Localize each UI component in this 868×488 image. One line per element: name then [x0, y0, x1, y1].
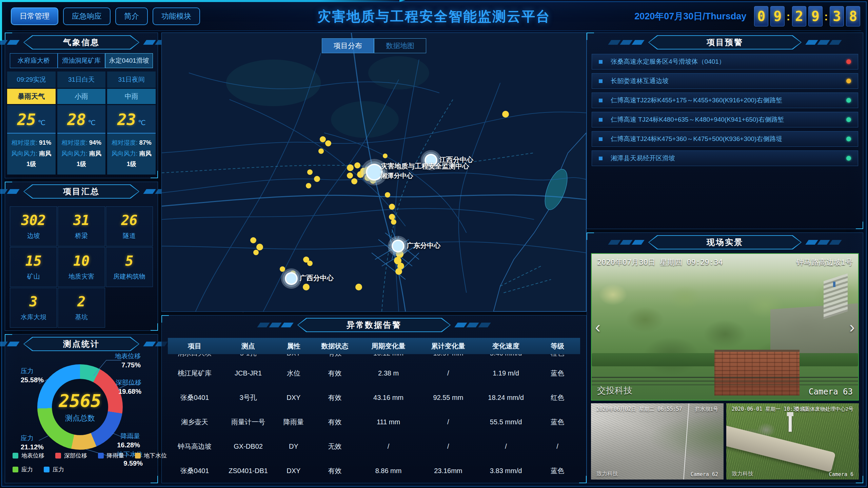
nav-button-1[interactable]: 应急响应	[63, 7, 111, 25]
map-marker-3[interactable]: 广西分中心	[285, 272, 298, 285]
project-dot[interactable]	[307, 169, 313, 175]
project-dot[interactable]	[325, 140, 331, 146]
scene-panel: 现场实景 2020年07月30日 星期四 09:29:34 钟马路高边坡1号 交…	[587, 232, 863, 483]
project-dot[interactable]	[303, 284, 310, 290]
alarm-row-3[interactable]: 钟马高边坡GX-DB02DY无效////	[168, 434, 580, 459]
project-dot[interactable]	[357, 171, 364, 178]
project-dot[interactable]	[250, 237, 256, 243]
clock-digit: 0	[754, 6, 768, 26]
alarm-cell: 111 mm	[357, 418, 419, 426]
project-dot[interactable]	[280, 266, 285, 272]
project-dot[interactable]	[351, 178, 357, 184]
warning-level-dot	[846, 137, 851, 141]
alarm-cell: 5.46 mm/d	[477, 354, 535, 357]
legend-item-1[interactable]: 深部位移	[55, 452, 87, 460]
warning-text: 仁博高速 TJ24标K480+635～K480+940(K941+650)右侧路…	[611, 115, 842, 124]
wind-label: 风向风力:	[11, 150, 39, 157]
project-dot[interactable]	[306, 183, 311, 188]
warning-item-0[interactable]: 张桑高速永定服务区4号滑坡体（0401）	[592, 54, 858, 69]
next-camera-arrow[interactable]: ›	[849, 319, 855, 335]
project-dot[interactable]	[347, 172, 353, 179]
project-dot[interactable]	[355, 284, 362, 290]
sub-camera-feed-2[interactable]: 2020-06-01 星期一 10:36:41 娄底固体废物处理中心2号 致力科…	[726, 403, 859, 480]
nav-button-2[interactable]: 简介	[115, 7, 148, 25]
alarm-row-2[interactable]: 湘乡壶天雨量计一号降雨量有效111 mm/55.5 mm/d蓝色	[168, 410, 580, 434]
alarm-cell: GX-DB02	[221, 443, 275, 450]
warning-item-1[interactable]: 长韶娄道林互通边坡	[592, 73, 858, 89]
temperature-value: 23	[117, 110, 136, 129]
alarm-cell: /	[419, 369, 477, 377]
map-tab-0[interactable]: 项目分布	[322, 38, 374, 53]
map-panel[interactable]: 项目分布数据地图 江西分中心灾害地质与工程安全监测中心湘潭分中心广东分中心广西分…	[161, 33, 587, 312]
summary-cell-7[interactable]: 2基坑	[58, 288, 105, 328]
weather-tab-1[interactable]: 滑油洞尾矿库	[58, 53, 105, 68]
alarm-cell: 蓝色	[535, 369, 580, 378]
warning-item-4[interactable]: 仁博高速TJ24标K475+360～K475+500(K936+300)右侧路堤	[592, 131, 858, 147]
warning-item-2[interactable]: 仁博高速TJ22标K455+175～K455+360(K916+200)右侧路堑	[592, 93, 858, 108]
project-dot[interactable]	[320, 136, 326, 142]
prev-camera-arrow[interactable]: ‹	[595, 319, 600, 335]
project-dot[interactable]	[354, 162, 360, 168]
project-dot[interactable]	[253, 250, 259, 255]
project-dot[interactable]	[385, 192, 390, 198]
summary-cell-1[interactable]: 31桥梁	[58, 206, 105, 246]
map-tab-1[interactable]: 数据地图	[374, 38, 426, 53]
alarm-panel-header: 异常数据告警	[162, 317, 586, 333]
summary-cell-3[interactable]: 15矿山	[10, 247, 57, 287]
project-dot[interactable]	[383, 154, 388, 158]
stats-panel-header: 测点统计	[5, 336, 158, 352]
top-accent-bar	[0, 0, 399, 2]
legend-item-5[interactable]: 压力	[44, 466, 64, 473]
warning-item-3[interactable]: 仁博高速 TJ24标K480+635～K480+940(K941+650)右侧路…	[592, 112, 858, 127]
donut-callout-1: 深部位移19.68%	[116, 379, 141, 396]
summary-cell-2[interactable]: 26隧道	[106, 206, 153, 246]
alarm-cell: 有效	[312, 369, 358, 378]
project-dot[interactable]	[256, 244, 263, 250]
summary-cell-4[interactable]: 10地质灾害	[58, 247, 105, 287]
project-dot[interactable]	[318, 148, 324, 154]
project-dot[interactable]	[391, 219, 396, 225]
callout-percent: 21.12%	[21, 443, 44, 451]
warning-item-5[interactable]: 湘潭县天易经开区滑坡	[592, 150, 858, 166]
project-dot[interactable]	[314, 176, 320, 182]
weather-tab-0[interactable]: 水府庙大桥	[10, 53, 58, 68]
clock-colon: :	[786, 10, 790, 23]
alarm-row-partial[interactable]: 涓水口大坝5-1孔DXY有效10.12 mm15.97 mm5.46 mm/d橙…	[168, 354, 580, 361]
warning-level-dot	[846, 117, 851, 122]
alarm-col-header-0: 项目	[168, 342, 221, 351]
alarm-row-4[interactable]: 张桑0401ZS0401-DB1DXY有效8.86 mm23.16mm3.83 …	[168, 459, 580, 483]
legend-item-0[interactable]: 地表位移	[13, 452, 44, 460]
project-dot[interactable]	[502, 111, 509, 118]
sub-camera-feed-1[interactable]: 2020年06月02日 星期二 06:55:57 拦水坝1号 致力科技 Came…	[591, 403, 724, 480]
weather-tab-2[interactable]: 永定0401滑坡	[105, 53, 153, 68]
humidity-value: 91%	[39, 139, 51, 146]
concrete-channel	[726, 425, 836, 472]
alarm-cell: JCB-JR1	[221, 369, 275, 377]
summary-cell-0[interactable]: 302边坡	[10, 206, 57, 246]
nav-button-3[interactable]: 功能模块	[153, 7, 200, 25]
alarm-row-0[interactable]: 桃江尾矿库JCB-JR1水位有效2.38 m/1.19 m/d蓝色	[168, 361, 580, 385]
map-marker-1[interactable]: 灾害地质与工程安全监测中心湘潭分中心	[366, 164, 383, 181]
project-dot[interactable]	[307, 261, 313, 266]
project-dot[interactable]	[389, 204, 395, 210]
camera-brand-watermark: 致力科技	[732, 470, 753, 477]
map-marker-2[interactable]: 广东分中心	[392, 240, 405, 252]
main-camera-feed[interactable]: 2020年07月30日 星期四 09:29:34 钟马路高边坡1号 交投科技 C…	[591, 253, 859, 401]
camera-brand-watermark: 致力科技	[596, 470, 618, 477]
humidity-label: 相对湿度:	[112, 139, 139, 146]
warning-bullet-icon	[599, 157, 603, 160]
legend-item-4[interactable]: 应力	[13, 466, 33, 473]
marker-ring	[285, 272, 298, 285]
alarm-row-1[interactable]: 张桑04013号孔DXY有效43.16 mm92.55 mm18.24 mm/d…	[168, 385, 580, 410]
camera-id-label: Camera 63	[809, 387, 853, 396]
project-dot[interactable]	[347, 164, 354, 171]
summary-cell-6[interactable]: 3水库大坝	[10, 288, 57, 328]
legend-label: 压力	[53, 466, 64, 473]
callout-name: 降雨量	[117, 432, 140, 441]
summary-cell-5[interactable]: 5房建构筑物	[106, 247, 153, 287]
project-dot[interactable]	[395, 268, 402, 275]
camera-location-label: 娄底固体废物处理中心2号	[795, 406, 853, 412]
legend-item-2[interactable]: 降雨量	[98, 452, 124, 460]
nav-button-0[interactable]: 日常管理	[11, 7, 58, 25]
legend-item-3[interactable]: 地下水位	[135, 452, 167, 460]
